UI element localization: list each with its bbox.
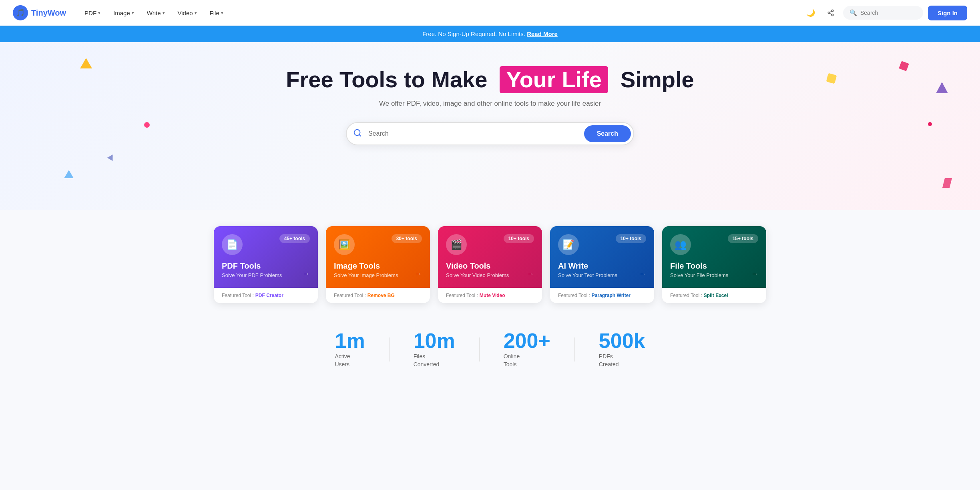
nav-links: PDF ▾ Image ▾ Write ▾ Video ▾ File ▾ [79, 6, 803, 20]
stats-section: 1m ActiveUsers 10m FilesConverted 200+ O… [0, 311, 980, 388]
card-bottom-pdf: Featured Tool : PDF Creator [214, 288, 318, 303]
stat-label-1: FilesConverted [414, 353, 455, 368]
featured-tool-file[interactable]: Split Excel [704, 293, 728, 298]
card-icon-file: 👥 [670, 234, 691, 255]
hero-title-end: Simple [621, 67, 694, 92]
svg-line-3 [829, 13, 831, 14]
stat-label-2: OnlineTools [504, 353, 550, 368]
nav-search-bar[interactable]: 🔍 [843, 6, 923, 20]
card-icon-ai: 📝 [558, 234, 579, 255]
nav-search-input[interactable] [860, 10, 917, 16]
featured-label: Featured Tool : [670, 293, 702, 298]
card-title-video: Video Tools [446, 261, 534, 271]
arrow-icon: → [303, 270, 310, 278]
card-icon-row: 📝 10+ tools [558, 234, 646, 255]
card-badge-image: 30+ tools [392, 234, 422, 243]
chevron-icon: ▾ [132, 10, 134, 16]
tool-card-image[interactable]: 🖼️ 30+ tools Image Tools Solve Your Imag… [326, 226, 430, 303]
card-icon-row: 🎬 10+ tools [446, 234, 534, 255]
svg-line-4 [829, 11, 831, 12]
hero-search-input[interactable] [368, 123, 582, 145]
tool-card-pdf[interactable]: 📄 45+ tools PDF Tools Solve Your PDF Pro… [214, 226, 318, 303]
nav-item-file[interactable]: File ▾ [204, 6, 229, 20]
nav-right: 🌙 🔍 Sign In [803, 5, 967, 20]
nav-item-pdf[interactable]: PDF ▾ [79, 6, 106, 20]
nav-item-image[interactable]: Image ▾ [108, 6, 140, 20]
featured-label: Featured Tool : [558, 293, 590, 298]
card-title-pdf: PDF Tools [222, 261, 310, 271]
svg-point-1 [828, 12, 830, 14]
card-bottom-image: Featured Tool : Remove BG [326, 288, 430, 303]
hero-section: Free Tools to Make Your Life Simple We o… [0, 42, 980, 210]
card-top-image: 🖼️ 30+ tools Image Tools Solve Your Imag… [326, 226, 430, 288]
stat-item-1: 10m FilesConverted [390, 330, 479, 368]
featured-tool-pdf[interactable]: PDF Creator [255, 293, 283, 298]
deco-triangle-teal [64, 170, 74, 178]
card-subtitle-video: Solve Your Video Problems [446, 272, 534, 278]
arrow-icon: → [527, 270, 534, 278]
sign-in-button[interactable]: Sign In [928, 6, 967, 20]
banner-read-more-link[interactable]: Read More [527, 30, 558, 37]
dark-mode-button[interactable]: 🌙 [803, 5, 818, 20]
card-subtitle-image: Solve Your Image Problems [334, 272, 422, 278]
card-title-file: File Tools [670, 261, 758, 271]
tool-card-ai[interactable]: 📝 10+ tools AI Write Solve Your Text Pro… [550, 226, 654, 303]
card-badge-ai: 10+ tools [616, 234, 646, 243]
search-icon [347, 129, 368, 139]
promo-banner: Free. No Sign-Up Required. No Limits. Re… [0, 26, 980, 42]
featured-tool-image[interactable]: Remove BG [368, 293, 395, 298]
banner-text: Free. No Sign-Up Required. No Limits. [422, 30, 525, 37]
stat-number-3: 500k [599, 330, 645, 351]
navbar: 🎵 TinyWow PDF ▾ Image ▾ Write ▾ Video ▾ … [0, 0, 980, 26]
stat-label-0: ActiveUsers [335, 353, 365, 368]
card-top-video: 🎬 10+ tools Video Tools Solve Your Video… [438, 226, 542, 288]
featured-label: Featured Tool : [222, 293, 254, 298]
svg-point-2 [831, 14, 833, 16]
featured-tool-video[interactable]: Mute Video [480, 293, 505, 298]
card-badge-pdf: 45+ tools [279, 234, 310, 243]
stat-item-3: 500k PDFsCreated [575, 330, 669, 368]
card-icon-video: 🎬 [446, 234, 467, 255]
logo-accent: Wow [48, 8, 66, 17]
logo[interactable]: 🎵 TinyWow [13, 5, 66, 20]
hero-subtitle: We offer PDF, video, image and other onl… [16, 100, 964, 108]
arrow-icon: → [751, 270, 758, 278]
hero-title-start: Free Tools to Make [286, 67, 487, 92]
card-top-pdf: 📄 45+ tools PDF Tools Solve Your PDF Pro… [214, 226, 318, 288]
card-subtitle-ai: Solve Your Text Problems [558, 272, 646, 278]
card-icon-row: 🖼️ 30+ tools [334, 234, 422, 255]
card-bottom-video: Featured Tool : Mute Video [438, 288, 542, 303]
hero-title: Free Tools to Make Your Life Simple [16, 66, 964, 93]
search-icon: 🔍 [849, 9, 857, 16]
card-badge-file: 15+ tools [728, 234, 758, 243]
nav-item-write[interactable]: Write ▾ [141, 6, 171, 20]
card-icon-image: 🖼️ [334, 234, 355, 255]
stat-label-3: PDFsCreated [599, 353, 645, 368]
logo-text: TinyWow [31, 8, 66, 18]
card-top-file: 👥 15+ tools File Tools Solve Your File P… [662, 226, 766, 288]
card-subtitle-file: Solve Your File Problems [670, 272, 758, 278]
arrow-icon: → [639, 270, 646, 278]
tool-card-file[interactable]: 👥 15+ tools File Tools Solve Your File P… [662, 226, 766, 303]
card-bottom-file: Featured Tool : Split Excel [662, 288, 766, 303]
hero-search-button[interactable]: Search [584, 125, 631, 142]
tool-card-video[interactable]: 🎬 10+ tools Video Tools Solve Your Video… [438, 226, 542, 303]
card-top-ai: 📝 10+ tools AI Write Solve Your Text Pro… [550, 226, 654, 288]
svg-point-5 [354, 130, 360, 136]
stat-item-0: 1m ActiveUsers [311, 330, 389, 368]
cards-grid: 📄 45+ tools PDF Tools Solve Your PDF Pro… [16, 226, 964, 303]
chevron-icon: ▾ [221, 10, 223, 16]
chevron-icon: ▾ [195, 10, 197, 16]
deco-diamond-pink [942, 178, 952, 188]
featured-tool-ai[interactable]: Paragraph Writer [592, 293, 631, 298]
featured-label: Featured Tool : [446, 293, 478, 298]
deco-dot-pink [144, 122, 150, 128]
stat-number-1: 10m [414, 330, 455, 351]
share-button[interactable] [823, 5, 838, 20]
nav-item-video[interactable]: Video ▾ [172, 6, 203, 20]
card-badge-video: 10+ tools [504, 234, 534, 243]
svg-line-6 [359, 135, 361, 136]
card-bottom-ai: Featured Tool : Paragraph Writer [550, 288, 654, 303]
deco-triangle-blue [107, 153, 116, 161]
arrow-icon: → [415, 270, 422, 278]
